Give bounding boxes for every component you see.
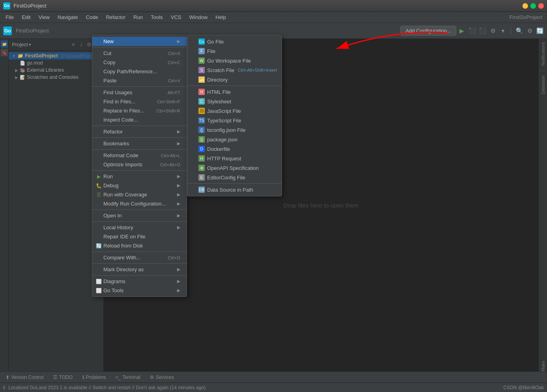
ctx-paste[interactable]: Paste Ctrl+V bbox=[92, 76, 187, 85]
vc-icon: ⬆ bbox=[6, 375, 10, 380]
ctx-mark-dir[interactable]: Mark Directory as ▶ bbox=[92, 265, 187, 274]
ctx-bookmarks[interactable]: Bookmarks ▶ bbox=[92, 139, 187, 148]
sub-tsconfig[interactable]: {} tsconfig.json File bbox=[187, 125, 282, 135]
right-strip: Notifications Database Make bbox=[538, 39, 547, 371]
editorconfig-icon: E bbox=[198, 174, 205, 181]
ctx-go-tools-arrow: ▶ bbox=[177, 288, 180, 293]
window-controls bbox=[522, 3, 544, 9]
menu-refactor[interactable]: Refactor bbox=[102, 13, 130, 22]
ctx-open-in[interactable]: Open In ▶ bbox=[92, 211, 187, 220]
search-icon[interactable]: 🔍 bbox=[515, 27, 523, 35]
ctx-run-coverage[interactable]: ☰ Run with Coverage ▶ bbox=[92, 190, 187, 199]
database-label[interactable]: Database bbox=[541, 76, 545, 94]
menu-file[interactable]: File bbox=[2, 13, 18, 22]
ctx-cut[interactable]: Cut Ctrl+X bbox=[92, 49, 187, 58]
services-label: Services bbox=[156, 375, 174, 380]
tree-root[interactable]: ▼ 📁 FirstGoProject D:\GolandProje... bbox=[9, 52, 103, 59]
dropdown-chevron[interactable]: ▾ bbox=[29, 42, 31, 47]
sub-go-workspace[interactable]: W Go Workspace File bbox=[187, 56, 282, 65]
ctx-local-history[interactable]: Local History ▶ bbox=[92, 223, 187, 232]
bookmark-icon[interactable]: 🔖 bbox=[1, 49, 8, 56]
ctx-compare[interactable]: Compare With... Ctrl+D bbox=[92, 253, 187, 262]
sub-html[interactable]: H HTML File bbox=[187, 87, 282, 97]
ctx-optimize-label: Optimize Imports bbox=[103, 162, 142, 167]
menu-run[interactable]: Run bbox=[130, 13, 147, 22]
menu-vcs[interactable]: VCS bbox=[167, 13, 185, 22]
profile-icon[interactable]: ⚙ bbox=[489, 27, 497, 35]
ctx-debug[interactable]: 🐛 Debug ▶ bbox=[92, 181, 187, 190]
make-label[interactable]: Make bbox=[541, 361, 545, 371]
settings-icon[interactable]: ⚙ bbox=[526, 27, 534, 35]
tab-services[interactable]: ⚙ Services bbox=[146, 373, 178, 381]
coverage-icon[interactable]: ⬛ bbox=[478, 27, 486, 35]
ctx-reload[interactable]: 🔄 Reload from Disk bbox=[92, 241, 187, 250]
ctx-mark-dir-label: Mark Directory as bbox=[103, 266, 144, 272]
ctx-repair-ide[interactable]: Repair IDE on File bbox=[92, 232, 187, 241]
sub-datasource[interactable]: DB Data Source in Path bbox=[187, 185, 282, 194]
new-submenu: Go Go File F File W Go Workspace File S … bbox=[187, 35, 282, 196]
project-dropdown[interactable]: Project ▾ bbox=[12, 42, 31, 48]
sub-js-file[interactable]: JS JavaScript File bbox=[187, 106, 282, 116]
sub-go-file[interactable]: Go Go File bbox=[187, 37, 282, 46]
tab-terminal[interactable]: >_ Terminal bbox=[111, 373, 144, 381]
menu-view[interactable]: View bbox=[34, 13, 53, 22]
debug-icon[interactable]: ⬛ bbox=[468, 27, 476, 35]
ctx-new[interactable]: New ▶ bbox=[92, 37, 187, 46]
panel-settings-icon[interactable]: ⚙ bbox=[86, 42, 92, 48]
tab-todo[interactable]: ☰ TODO bbox=[49, 373, 76, 381]
ctx-modify-run[interactable]: Modify Run Configuration... ▶ bbox=[92, 199, 187, 208]
dropdown-icon[interactable]: ▾ bbox=[499, 27, 507, 35]
ctx-copy[interactable]: Copy Ctrl+C bbox=[92, 58, 187, 67]
tab-version-control[interactable]: ⬆ Version Control bbox=[2, 373, 48, 381]
menu-window[interactable]: Window bbox=[185, 13, 212, 22]
sub-dockerfile[interactable]: D Dockerfile bbox=[187, 144, 282, 154]
tsconfig-icon: {} bbox=[198, 127, 205, 133]
diagrams-icon: ⬜ bbox=[95, 278, 102, 285]
sub-editorconfig[interactable]: E EditorConfig File bbox=[187, 173, 282, 182]
sub-dockerfile-label: Dockerfile bbox=[207, 146, 230, 152]
sub-directory[interactable]: 📁 Directory bbox=[187, 75, 282, 84]
ctx-repair-label: Repair IDE on File bbox=[103, 234, 145, 240]
update-icon[interactable]: 🔄 bbox=[536, 27, 544, 35]
panel-sort-icon[interactable]: ↕ bbox=[78, 42, 84, 48]
ctx-copy-path[interactable]: Copy Path/Reference... bbox=[92, 67, 187, 76]
tree-gomod[interactable]: 📄 go.mod bbox=[9, 59, 103, 67]
sub-scratch-file[interactable]: S Scratch File Ctrl+Alt+Shift+Insert bbox=[187, 65, 282, 75]
ctx-run[interactable]: ▶ Run ▶ bbox=[92, 172, 187, 181]
menu-help[interactable]: Help bbox=[212, 13, 230, 22]
sub-ts-file[interactable]: TS TypeScript File bbox=[187, 116, 282, 125]
ctx-reformat[interactable]: Reformat Code Ctrl+Alt+L bbox=[92, 151, 187, 160]
ctx-find-in-files[interactable]: Find in Files... Ctrl+Shift+F bbox=[92, 97, 187, 106]
ctx-replace-label: Replace in Files... bbox=[103, 108, 144, 114]
close-button[interactable] bbox=[538, 3, 544, 9]
sub-http-request[interactable]: H HTTP Request bbox=[187, 154, 282, 163]
notifications-label[interactable]: Notifications bbox=[541, 42, 545, 66]
sub-file[interactable]: F File bbox=[187, 46, 282, 56]
ctx-optimize[interactable]: Optimize Imports Ctrl+Alt+O bbox=[92, 160, 187, 169]
sub-stylesheet[interactable]: C Stylesheet bbox=[187, 97, 282, 106]
ctx-run-arrow: ▶ bbox=[177, 174, 180, 179]
sub-file-label: File bbox=[207, 48, 215, 54]
menu-edit[interactable]: Edit bbox=[18, 13, 34, 22]
ctx-replace-in-files[interactable]: Replace in Files... Ctrl+Shift+R bbox=[92, 106, 187, 115]
ctx-go-tools[interactable]: ⬜ Go Tools ▶ bbox=[92, 286, 187, 295]
sub-package-json[interactable]: {} package.json bbox=[187, 135, 282, 144]
add-configuration-button[interactable]: Add Configuration... bbox=[400, 26, 456, 36]
tab-problems[interactable]: ℹ Problems bbox=[78, 373, 110, 381]
maximize-button[interactable] bbox=[530, 3, 536, 9]
sub-openapi[interactable]: ⚙ OpenAPI Specification bbox=[187, 163, 282, 173]
bottom-tabs: ⬆ Version Control ☰ TODO ℹ Problems >_ T… bbox=[0, 371, 547, 382]
menu-tools[interactable]: Tools bbox=[147, 13, 167, 22]
tree-external-libs[interactable]: ▶ 📚 External Libraries bbox=[9, 67, 103, 74]
panel-collapse-icon[interactable]: ≡ bbox=[70, 42, 76, 48]
ctx-find-usages[interactable]: Find Usages Alt+F7 bbox=[92, 88, 187, 97]
project-panel-icon[interactable]: 📁 bbox=[1, 40, 8, 48]
minimize-button[interactable] bbox=[522, 3, 528, 9]
ctx-refactor[interactable]: Refactor ▶ bbox=[92, 127, 187, 136]
ctx-diagrams[interactable]: ⬜ Diagrams ▶ bbox=[92, 277, 187, 286]
run-icon[interactable]: ▶ bbox=[458, 27, 466, 35]
menu-navigate[interactable]: Navigate bbox=[53, 13, 82, 22]
tree-scratches[interactable]: ▶ 📝 Scratches and Consoles bbox=[9, 74, 103, 81]
ctx-inspect[interactable]: Inspect Code... bbox=[92, 115, 187, 124]
menu-code[interactable]: Code bbox=[82, 13, 102, 22]
